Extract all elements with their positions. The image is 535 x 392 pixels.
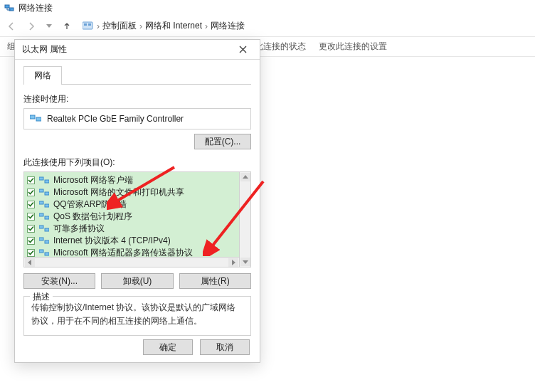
properties-button[interactable]: 属性(R) [179,273,251,289]
svg-rect-8 [45,180,49,183]
svg-rect-3 [84,23,87,26]
panel-icon [83,21,94,32]
list-item[interactable]: QQ管家ARP防火墙 [27,198,236,210]
svg-rect-7 [39,177,43,180]
list-item[interactable]: QoS 数据包计划程序 [27,211,236,222]
dialog-title: 以太网 属性 [22,43,67,55]
svg-rect-17 [39,238,43,240]
svg-rect-14 [45,216,49,219]
checkbox-checked-icon[interactable] [27,176,35,184]
breadcrumb-separator: › [205,21,208,31]
horizontal-scrollbar[interactable] [24,257,239,267]
breadcrumb-item[interactable]: 控制面板 [102,20,137,32]
protocol-icon [39,188,49,197]
dialog-titlebar[interactable]: 以太网 属性 [15,40,260,60]
tabs: 网络 [23,65,251,85]
adapter-field: Realtek PCIe GbE Family Controller [23,108,251,129]
uninstall-button[interactable]: 卸载(U) [101,273,173,289]
svg-rect-18 [45,240,49,243]
svg-rect-9 [39,189,43,192]
back-button[interactable] [4,19,18,33]
protocol-icon [39,212,49,221]
checkbox-checked-icon[interactable] [27,213,35,221]
breadcrumb[interactable]: › 控制面板 › 网络和 Internet › 网络连接 [83,20,245,32]
svg-rect-13 [39,213,43,216]
svg-rect-5 [30,115,35,119]
list-item-label: 可靠多播协议 [53,223,105,235]
tab-network[interactable]: 网络 [23,66,62,85]
list-item-label: Internet 协议版本 4 (TCP/IPv4) [53,235,171,247]
cancel-button[interactable]: 取消 [200,339,250,355]
description-legend: 描述 [30,291,53,303]
ethernet-properties-dialog: 以太网 属性 网络 连接时使用: Realtek PCIe GbE Family… [14,39,260,363]
protocol-icon [39,200,49,209]
svg-rect-12 [45,204,49,207]
breadcrumb-item[interactable]: 网络连接 [211,20,245,32]
svg-rect-0 [5,5,9,8]
navigation-bar: › 控制面板 › 网络和 Internet › 网络连接 [0,16,535,37]
configure-button[interactable]: 配置(C)... [194,134,251,149]
list-action-buttons: 安装(N)... 卸载(U) 属性(R) [23,273,251,289]
breadcrumb-separator: › [139,21,142,31]
scroll-up-icon[interactable] [240,173,250,181]
recent-locations-button[interactable] [44,19,54,33]
list-item[interactable]: 可靠多播协议 [27,223,236,234]
protocol-icon [39,248,49,258]
svg-rect-16 [45,228,49,231]
svg-rect-20 [45,253,49,255]
list-item[interactable]: Microsoft 网络的文件和打印机共享 [27,186,236,198]
scroll-left-icon[interactable] [25,258,35,267]
list-item[interactable]: Microsoft 网络客户端 [27,174,236,186]
window-title: 网络连接 [18,2,53,14]
list-item-label: QQ管家ARP防火墙 [53,198,127,211]
svg-rect-19 [39,250,43,253]
adapter-icon [30,114,41,124]
checkbox-checked-icon[interactable] [27,189,35,196]
cmd-change-settings[interactable]: 更改此连接的设置 [319,41,387,53]
protocol-listbox[interactable]: Microsoft 网络客户端 Microsoft 网络的文件和打印机共享 QQ… [23,171,251,267]
list-item-label: Microsoft 网络适配器多路传送器协议 [53,247,193,258]
svg-rect-6 [36,117,41,121]
list-item[interactable]: Internet 协议版本 4 (TCP/IPv4) [27,235,236,246]
window-titlebar: 网络连接 [0,0,535,16]
list-item[interactable]: Microsoft 网络适配器多路传送器协议 [27,247,236,257]
dialog-bottom-buttons: 确定 取消 [143,339,250,355]
items-label: 此连接使用下列项目(O): [23,157,251,169]
dialog-body: 网络 连接时使用: Realtek PCIe GbE Family Contro… [15,60,260,343]
close-button[interactable] [230,41,255,58]
list-item-label: QoS 数据包计划程序 [53,211,132,223]
protocol-icon [39,176,49,185]
description-text: 传输控制协议/Internet 协议。该协议是默认的广域网络协议，用于在不同的相… [31,301,243,328]
list-item-label: Microsoft 网络的文件和打印机共享 [53,186,184,198]
checkbox-checked-icon[interactable] [27,237,35,245]
vertical-scrollbar[interactable] [239,172,250,267]
protocol-icon [39,236,49,245]
connect-using-label: 连接时使用: [23,93,251,105]
forward-button[interactable] [24,19,38,33]
ok-button[interactable]: 确定 [143,339,193,355]
list-item-label: Microsoft 网络客户端 [53,174,133,186]
scroll-right-icon[interactable] [228,258,238,267]
checkbox-checked-icon[interactable] [27,201,35,208]
up-button[interactable] [60,19,74,33]
network-connections-icon [4,3,14,13]
scroll-down-icon[interactable] [240,258,250,266]
breadcrumb-separator: › [97,21,100,31]
breadcrumb-item[interactable]: 网络和 Internet [145,20,202,32]
install-button[interactable]: 安装(N)... [23,273,95,289]
adapter-name: Realtek PCIe GbE Family Controller [47,114,184,124]
svg-rect-4 [88,23,91,26]
svg-rect-15 [39,226,43,228]
protocol-icon [39,224,49,233]
checkbox-checked-icon[interactable] [27,249,35,257]
svg-rect-11 [39,201,43,204]
svg-rect-10 [45,192,49,195]
checkbox-checked-icon[interactable] [27,225,35,233]
description-groupbox: 描述 传输控制协议/Internet 协议。该协议是默认的广域网络协议，用于在不… [23,296,251,336]
